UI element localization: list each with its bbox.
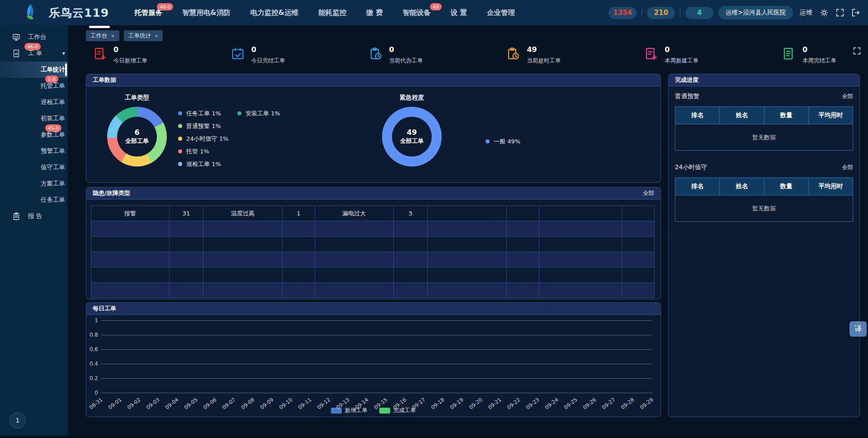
stat-label: 当前超时工单 [527, 57, 561, 65]
counter-badge[interactable]: 1354 [609, 7, 637, 19]
ranking-table: 排名姓名数量平均用时暂无数据 [675, 106, 853, 151]
hazard-cell [203, 283, 282, 298]
hazard-cell [315, 221, 393, 237]
expand-dashboard-icon[interactable] [853, 47, 861, 55]
sidebar-item[interactable]: 工单统计 [0, 62, 68, 78]
nav-item[interactable]: 企业管理 [487, 0, 515, 25]
progress-all-link[interactable]: 全部 [842, 93, 853, 100]
hazard-cell [203, 252, 282, 267]
gridline [101, 393, 652, 393]
translate-button[interactable]: 译 [849, 321, 867, 337]
sidebar-item-label: 预警工单 [41, 147, 65, 155]
table-row: 暂无数据 [675, 195, 853, 222]
sidebar-item[interactable]: 参数工单45-0 [0, 127, 68, 143]
count-badge: 46-0 [157, 3, 173, 10]
hazard-cell [91, 283, 170, 298]
stat-item: 0今日完结工单 [231, 45, 285, 71]
gear-icon[interactable] [820, 9, 828, 17]
nav-item[interactable]: 托管服务46-0 [134, 0, 162, 25]
legend-label: 一般 49% [494, 138, 520, 146]
close-icon[interactable]: ✕ [155, 33, 158, 38]
table-header-row: 排名姓名数量平均用时 [675, 178, 853, 195]
legend-item[interactable]: 安装工单 1% [237, 110, 280, 117]
panel-title: 每日工单 [93, 305, 116, 313]
legend-item[interactable]: 普通预警 1% [178, 122, 228, 130]
table-row [91, 252, 655, 267]
hazard-cell [170, 267, 203, 283]
legend-label: 托管 1% [186, 148, 209, 156]
nav-item[interactable]: 能耗监控 [318, 0, 346, 25]
hazard-table-wrap: 报警31温度过高1漏电过大3 [86, 199, 660, 299]
work-order-data-panel: 工单数据 工单类型 6 全部工单 任务工单 1%普通预警 1%24小时值守 1%… [86, 74, 661, 183]
top-navbar: 乐鸟云119 托管服务46-0智慧用电&消防电力监控&运维能耗监控缴 费智能设备… [0, 0, 868, 25]
column-header: 数量 [764, 178, 808, 195]
progress-section-header: 普通预警全部 [675, 86, 853, 100]
close-icon[interactable]: ✕ [111, 33, 115, 38]
sidebar-item[interactable]: 值守工单 [0, 159, 68, 176]
legend-dot [486, 139, 490, 143]
sidebar-item[interactable]: 任务工单 [0, 192, 68, 208]
y-axis-tick: 0.6 [86, 346, 98, 352]
fullscreen-icon[interactable] [836, 9, 844, 17]
empty-state: 暂无数据 [675, 124, 853, 151]
sidebar-item[interactable]: 工 单46-0▼ [0, 45, 68, 62]
hazard-cell: 1 [283, 206, 315, 221]
hazard-cell [622, 221, 655, 237]
panel-title: 工单数据 [93, 76, 116, 84]
stat-label: 今日完结工单 [251, 57, 285, 65]
order-type-chart-title: 工单类型 [107, 94, 167, 102]
logout-icon[interactable] [852, 9, 860, 17]
stat-label: 本周新建工单 [665, 57, 698, 65]
legend-item[interactable]: 托管 1% [178, 148, 228, 155]
progress-all-link[interactable]: 全部 [842, 164, 853, 171]
y-axis-tick: 0.4 [86, 361, 98, 367]
tab[interactable]: 工单统计✕ [124, 30, 163, 41]
hazard-cell [539, 221, 622, 237]
hazard-cell [315, 252, 393, 267]
table-row [91, 221, 655, 237]
counter-value: 4 [697, 9, 702, 17]
hazard-cell [283, 283, 315, 298]
hazard-cell [622, 252, 655, 267]
gridline [101, 335, 652, 335]
stat-item: 0本周完结工单 [782, 45, 836, 71]
hazard-cell [394, 221, 428, 237]
nav-right-cluster: 13542104运维>沿河县人民医院 运维 [609, 6, 868, 19]
sidebar-menu: 工作台工 单46-0▼工单统计托管工单1-0巡检工单初装工单参数工单45-0预警… [0, 29, 68, 224]
role-label[interactable]: 运维 [800, 9, 812, 17]
tab[interactable]: 工作台✕ [86, 30, 119, 41]
table-row: 报警31温度过高1漏电过大3 [91, 206, 655, 221]
sidebar-item-label: 工作台 [28, 33, 47, 41]
legend-item[interactable]: 巡检工单 1% [178, 160, 228, 168]
nav-item[interactable]: 智能设备49 [403, 0, 431, 25]
sidebar-item[interactable]: 巡检工单 [0, 94, 68, 110]
sidebar-item[interactable]: 预警工单 [0, 143, 68, 159]
legend-item[interactable]: 任务工单 1% [178, 110, 228, 117]
hazard-cell [622, 283, 655, 298]
legend-dot [237, 111, 241, 115]
hazard-type-panel: 隐患/故障类型 全部 报警31温度过高1漏电过大3 [86, 187, 661, 300]
legend-item[interactable]: 24小时值守 1% [178, 135, 228, 143]
column-header: 排名 [675, 107, 720, 124]
sidebar-item[interactable]: 托管工单1-0 [0, 78, 68, 94]
count-badge: 45-0 [45, 124, 61, 132]
hazard-cell [283, 237, 315, 252]
hazard-cell [539, 206, 622, 221]
nav-item[interactable]: 电力监控&运维 [250, 0, 299, 25]
legend-item[interactable]: 一般 49% [486, 138, 520, 145]
stat-value: 0 [389, 45, 423, 54]
nav-item[interactable]: 缴 费 [366, 0, 382, 25]
counter-badge[interactable]: 210 [647, 7, 675, 19]
donut-center-label: 6 全部工单 [117, 117, 157, 157]
hazard-cell [315, 267, 393, 283]
sidebar-item[interactable]: 方案工单 [0, 176, 68, 192]
org-selector[interactable]: 运维>沿河县人民医院 [718, 6, 793, 19]
counter-badge[interactable]: 4 [685, 7, 713, 19]
sidebar-item[interactable]: 报 告 [0, 208, 68, 224]
page-badge[interactable]: 1 [9, 412, 26, 428]
nav-item[interactable]: 智慧用电&消防 [182, 0, 231, 25]
stat-texts: 0今日完结工单 [251, 45, 285, 65]
nav-item[interactable]: 设 置 [451, 0, 467, 25]
donut-center-label: 49 全部工单 [392, 117, 432, 157]
hazard-all-link[interactable]: 全部 [643, 190, 654, 197]
